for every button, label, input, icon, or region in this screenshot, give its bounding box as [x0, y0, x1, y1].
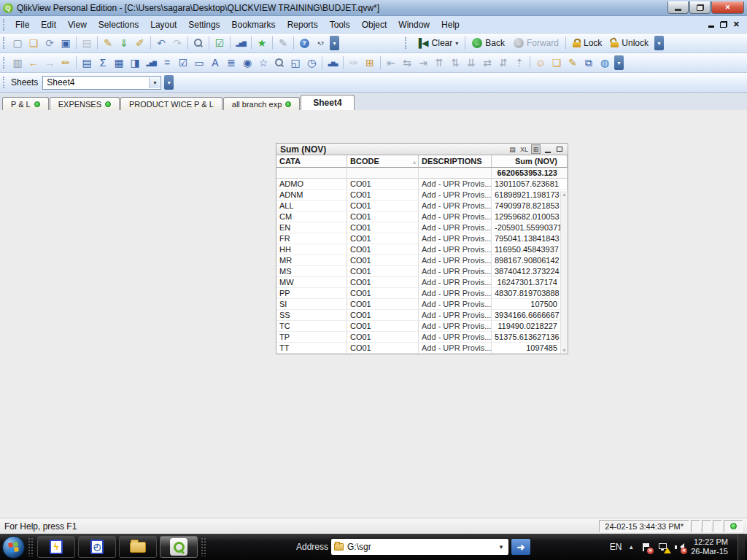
table-cell[interactable]: 898167.90806142	[492, 255, 568, 266]
mdi-close-button[interactable]: ✕	[733, 20, 740, 29]
table-cell[interactable]: CM	[276, 211, 347, 222]
show-hidden-icons-button[interactable]: ▲	[628, 544, 634, 551]
table-cell[interactable]: 1097485	[492, 343, 568, 354]
table-cell[interactable]: CO01	[347, 343, 419, 354]
table-cell[interactable]: 48307.819703888	[492, 288, 568, 299]
reload-data-button[interactable]: ⇓	[116, 35, 132, 51]
tray-clock[interactable]: 12:22 PM 26-Mar-15	[691, 537, 729, 556]
table-cell[interactable]: Add - UPR Provis...	[419, 179, 492, 190]
clear-button[interactable]: ▐◀Clear▾	[411, 36, 462, 50]
table-cell[interactable]: 74909978.821853	[492, 201, 568, 211]
table-cell[interactable]: 13011057.623681	[492, 179, 568, 190]
table-cell[interactable]: Add - UPR Provis...	[419, 299, 492, 310]
align-bottom-button[interactable]: ⇊	[463, 55, 479, 71]
address-go-button[interactable]: ➜	[511, 539, 530, 555]
table-cell[interactable]: ADNM	[276, 190, 347, 201]
table-cell[interactable]: Add - UPR Provis...	[419, 343, 492, 354]
table-cell[interactable]: HH	[276, 244, 347, 255]
save-button[interactable]: ▣	[58, 35, 74, 51]
table-cell[interactable]: 116950.45843937	[492, 244, 568, 255]
chevron-down-icon[interactable]: ▾	[455, 40, 458, 47]
create-gauge-button[interactable]: =	[159, 55, 175, 71]
menu-object[interactable]: Object	[356, 18, 393, 32]
redo-button[interactable]: ↷	[169, 35, 185, 51]
menu-window[interactable]: Window	[392, 18, 436, 32]
table-cell[interactable]: CO01	[347, 201, 419, 211]
center-vertical-button[interactable]: ⇅	[447, 55, 463, 71]
table-cell[interactable]: 119490.0218227	[492, 321, 568, 332]
table-cell[interactable]: 12959682.010053	[492, 211, 568, 222]
network-status-icon[interactable]	[657, 542, 667, 552]
adjust-order-button[interactable]: ⇡	[511, 55, 527, 71]
menu-settings[interactable]: Settings	[182, 18, 225, 32]
table-cell[interactable]: Add - UPR Provis...	[419, 244, 492, 255]
sheet-tab-product-wice-p-l[interactable]: PRODUCT WICE P & L	[120, 97, 222, 110]
table-cell[interactable]: ALL	[276, 201, 347, 211]
table-cell[interactable]: CO01	[347, 233, 419, 244]
toolbar-overflow-icon[interactable]: ▾	[614, 55, 624, 70]
space-horizontal-button[interactable]: ⇄	[479, 55, 495, 71]
table-cell[interactable]: 795041.13841843	[492, 233, 568, 244]
create-clock-button[interactable]: ◷	[303, 55, 320, 71]
table-cell[interactable]: CO01	[347, 321, 419, 332]
create-input-box-button[interactable]: ◨	[127, 55, 143, 71]
menu-edit[interactable]: Edit	[35, 18, 62, 32]
create-current-selections-button[interactable]: ◉	[239, 55, 255, 71]
table-cell[interactable]: Add - UPR Provis...	[419, 211, 492, 222]
taskbar-explorer-button[interactable]	[119, 536, 157, 558]
start-button[interactable]	[2, 536, 25, 559]
table-cell[interactable]: Add - UPR Provis...	[419, 255, 492, 266]
table-cell[interactable]: 16247301.37174	[492, 277, 568, 288]
menu-file[interactable]: File	[9, 18, 35, 32]
table-cell[interactable]: SS	[276, 310, 347, 321]
show-desktop-button[interactable]	[738, 534, 745, 560]
table-cell[interactable]: SI	[276, 299, 347, 310]
address-input[interactable]: G:\sgr ▼	[331, 539, 508, 555]
create-table-box-button[interactable]: ▦	[111, 55, 127, 71]
table-cell[interactable]: CO01	[347, 310, 419, 321]
minimize-window-button[interactable]	[667, 1, 689, 14]
print-button[interactable]: ▤	[79, 35, 95, 51]
align-top-button[interactable]: ⇈	[431, 55, 447, 71]
table-cell[interactable]: TC	[276, 321, 347, 332]
action-center-icon[interactable]: ✕	[640, 542, 651, 552]
open-file-button[interactable]: ❏	[26, 35, 42, 51]
create-listbox-button[interactable]: ▤	[79, 55, 95, 71]
table-cell[interactable]: CO01	[347, 244, 419, 255]
create-container-button[interactable]: ◱	[287, 55, 303, 71]
print-icon[interactable]: ▤	[508, 144, 517, 154]
mdi-restore-button[interactable]	[720, 21, 727, 28]
forward-button[interactable]: Forward	[509, 36, 563, 50]
table-cell[interactable]: TT	[276, 343, 347, 354]
table-cell[interactable]: 3934166.6666667	[492, 310, 568, 321]
chart-wizard-button[interactable]: ▃▆▄	[325, 55, 341, 71]
table-cell[interactable]: Add - UPR Provis...	[419, 190, 492, 201]
table-cell[interactable]: -205901.55990371	[492, 222, 568, 233]
toolbar-overflow-icon[interactable]: ▾	[654, 36, 664, 50]
table-cell[interactable]: Add - UPR Provis...	[419, 310, 492, 321]
current-selections-button[interactable]: ☑	[212, 35, 228, 51]
reload-button[interactable]: ⟳	[42, 35, 58, 51]
table-cell[interactable]: CO01	[347, 332, 419, 343]
undo-button[interactable]: ↶	[153, 35, 169, 51]
create-text-object-button[interactable]: A	[207, 55, 223, 71]
menu-reports[interactable]: Reports	[282, 18, 324, 32]
column-header-cata[interactable]: CATA	[276, 155, 347, 168]
excel-export-icon[interactable]: XL	[519, 144, 529, 154]
table-cell[interactable]: CO01	[347, 179, 419, 190]
center-horizontal-button[interactable]: ⇆	[399, 55, 415, 71]
table-cell[interactable]: CO01	[347, 255, 419, 266]
search-button[interactable]	[190, 35, 206, 51]
maximize-icon[interactable]	[554, 144, 564, 154]
sheet-tab-sheet4[interactable]: Sheet4	[301, 95, 354, 110]
sheet-selector-combobox[interactable]: Sheet4 ▼	[42, 76, 161, 90]
chevron-down-icon[interactable]: ▼	[149, 77, 160, 88]
table-cell[interactable]: Add - UPR Provis...	[419, 201, 492, 211]
format-painter-button[interactable]: ✑	[346, 55, 362, 71]
lock-button[interactable]: Lock	[568, 36, 606, 50]
table-cell[interactable]: Add - UPR Provis...	[419, 288, 492, 299]
design-grid-button[interactable]: ⊞	[362, 55, 378, 71]
column-header-descriptions[interactable]: DESCRIPTIONS	[419, 155, 492, 168]
minimize-icon[interactable]	[543, 144, 552, 154]
table-cell[interactable]: Add - UPR Provis...	[419, 222, 492, 233]
